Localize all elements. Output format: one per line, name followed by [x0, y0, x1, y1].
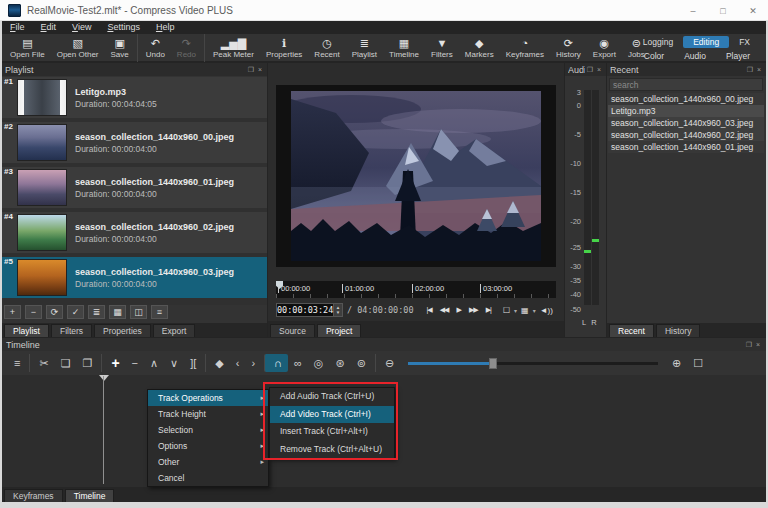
timeline-tool-icon[interactable]: ∨: [164, 354, 184, 372]
playlist-tool-icon[interactable]: ≡: [151, 305, 168, 319]
playlist-tool-icon[interactable]: −: [25, 305, 42, 319]
playlist-tool-icon[interactable]: ◫: [130, 305, 147, 319]
float-panel-icon[interactable]: ❐: [585, 66, 595, 74]
toolbar-button[interactable]: ◷ Recent: [308, 34, 345, 62]
toolbar-button[interactable]: ▣ Save: [105, 34, 135, 62]
transport-button[interactable]: |◀: [424, 304, 435, 316]
context-menu-item[interactable]: Track Height ▸: [148, 406, 268, 422]
timeline-tool-icon[interactable]: ⊚: [351, 354, 372, 372]
timeline-tool-icon[interactable]: ][: [184, 354, 202, 372]
toolbar-button[interactable]: ⟳ History: [550, 34, 587, 62]
toolbar-button[interactable]: ▧ Open Other: [51, 34, 105, 62]
close-button[interactable]: ✕: [738, 0, 768, 21]
recent-item[interactable]: season_collection_1440x960_01.jpeg: [608, 141, 764, 153]
toolbar-button[interactable]: ◔ Keyframes: [500, 34, 550, 62]
playlist-item[interactable]: #1 Letitgo.mp3 Duration: 00:04:04:05: [2, 77, 267, 118]
position-field[interactable]: 00:00:03:24: [276, 303, 334, 317]
menu-item[interactable]: File: [2, 21, 33, 34]
panel-tab[interactable]: Export: [153, 324, 196, 337]
transport-button[interactable]: ▶|: [483, 304, 494, 316]
timeline-tool-icon[interactable]: ☐: [687, 354, 709, 372]
layout-button[interactable]: Color: [634, 50, 674, 62]
toolbar-button[interactable]: ℹ Properties: [260, 34, 308, 62]
timeline-tool-icon[interactable]: ❏: [55, 354, 77, 372]
playlist-tool-icon[interactable]: ≣: [88, 305, 105, 319]
volume-icon[interactable]: ◄)): [537, 304, 556, 317]
timeline-tool-icon[interactable]: ⊖: [375, 354, 400, 372]
chevron-down-icon[interactable]: ▾: [533, 307, 536, 314]
timeline-tool-icon[interactable]: ⊕: [666, 354, 687, 372]
layout-button[interactable]: Logging: [633, 36, 683, 48]
recent-item[interactable]: season_collection_1440x960_02.jpeg: [608, 129, 764, 141]
timeline-tool-icon[interactable]: −: [126, 354, 144, 372]
timeline-tool-icon[interactable]: ❐: [77, 354, 99, 372]
context-menu-item[interactable]: Track Operations ▸: [148, 390, 268, 406]
toolbar-button[interactable]: ↷ Redo: [171, 34, 202, 62]
panel-tab[interactable]: Source: [270, 324, 315, 337]
panel-tab[interactable]: History: [656, 324, 700, 337]
minimize-button[interactable]: –: [678, 0, 708, 21]
layout-button[interactable]: FX: [729, 36, 760, 48]
panel-tab[interactable]: Keyframes: [4, 489, 63, 502]
toolbar-button[interactable]: ◆ Markers: [459, 34, 500, 62]
panel-tab[interactable]: Timeline: [65, 489, 115, 502]
toolbar-button[interactable]: ↶ Undo: [137, 34, 171, 62]
layout-button[interactable]: Audio: [674, 50, 716, 62]
grid-icon[interactable]: ▦: [518, 304, 532, 317]
panel-tab[interactable]: Project: [317, 324, 361, 337]
close-panel-icon[interactable]: ×: [595, 66, 603, 73]
timeline-tool-icon[interactable]: ‹: [230, 354, 246, 372]
playlist-tool-icon[interactable]: ✓: [67, 305, 84, 319]
context-menu-item[interactable]: Other ▸: [148, 454, 268, 470]
playlist-item[interactable]: #4 season_collection_1440x960_02.jpeg Du…: [2, 212, 267, 253]
panel-tab[interactable]: Properties: [94, 324, 151, 337]
playlist-tool-icon[interactable]: +: [4, 305, 21, 319]
context-menu-item[interactable]: Cancel: [148, 470, 268, 486]
timeline-tool-icon[interactable]: ◎: [308, 354, 330, 372]
timeline-tool-icon[interactable]: ›: [245, 354, 261, 372]
panel-tab[interactable]: Playlist: [4, 324, 49, 337]
transport-button[interactable]: ◀◀: [437, 304, 452, 316]
float-panel-icon[interactable]: ❐: [745, 66, 755, 74]
playlist-item[interactable]: #2 season_collection_1440x960_00.jpeg Du…: [2, 122, 267, 163]
timeline-tool-icon[interactable]: ◆: [205, 354, 229, 372]
recent-item[interactable]: season_collection_1440x960_03.jpeg: [608, 117, 764, 129]
context-menu-item[interactable]: Options ▸: [148, 438, 268, 454]
panel-tab[interactable]: Filters: [51, 324, 92, 337]
timeline-tool-icon[interactable]: ✂: [29, 354, 54, 372]
player-scrubber[interactable]: 00:00:0001:00:0002:00:0003:00:00: [276, 281, 556, 298]
toolbar-button[interactable]: ≣ Playlist: [346, 34, 383, 62]
timeline-tool-icon[interactable]: ∧: [144, 354, 164, 372]
panel-tab[interactable]: Recent: [609, 324, 654, 337]
layout-button[interactable]: Editing: [683, 36, 729, 48]
toolbar-button[interactable]: ▦ Timeline: [383, 34, 425, 62]
transport-button[interactable]: ▶▶: [466, 304, 481, 316]
recent-item[interactable]: Letitgo.mp3: [608, 105, 764, 117]
float-panel-icon[interactable]: ❐: [246, 66, 256, 74]
maximize-button[interactable]: □: [708, 0, 738, 21]
close-panel-icon[interactable]: ×: [256, 66, 264, 73]
timeline-zoom-slider[interactable]: [408, 362, 658, 365]
close-panel-icon[interactable]: ×: [755, 66, 763, 73]
chevron-down-icon[interactable]: ▾: [514, 307, 517, 314]
toolbar-button[interactable]: ▤ Open File: [4, 34, 51, 62]
position-spinner[interactable]: ▲ ▼: [334, 303, 343, 317]
recent-item[interactable]: season_collection_1440x960_00.jpeg: [608, 93, 764, 105]
timeline-tool-icon[interactable]: ∞: [288, 354, 308, 372]
close-panel-icon[interactable]: ×: [754, 341, 762, 348]
layout-button[interactable]: Player: [716, 50, 760, 62]
timeline-tool-icon[interactable]: ∩: [264, 354, 288, 372]
playlist-tool-icon[interactable]: ⟳: [46, 305, 63, 319]
toolbar-button[interactable]: ▂▅▇ Peak Meter: [204, 34, 260, 62]
playlist-item[interactable]: #3 season_collection_1440x960_01.jpeg Du…: [2, 167, 267, 208]
zoom-fit-icon[interactable]: ☐: [500, 304, 513, 317]
toolbar-button[interactable]: ▼ Filters: [425, 34, 459, 62]
timeline-tool-icon[interactable]: +: [101, 354, 125, 372]
timeline-playhead-handle[interactable]: [99, 375, 109, 381]
menu-item[interactable]: Help: [148, 21, 183, 34]
zoom-slider-handle[interactable]: [489, 358, 497, 369]
playlist-tool-icon[interactable]: ▦: [109, 305, 126, 319]
timeline-tool-icon[interactable]: ≡: [8, 354, 26, 372]
search-input[interactable]: [609, 78, 763, 91]
transport-button[interactable]: ▶: [454, 304, 464, 316]
